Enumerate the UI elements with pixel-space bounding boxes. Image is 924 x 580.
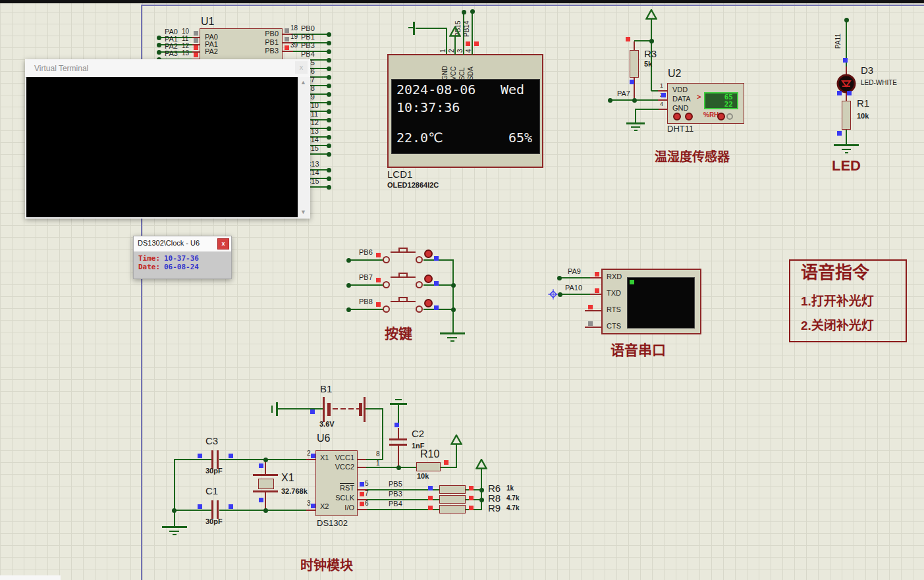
lcd-date: 2024-08-06 xyxy=(396,83,476,97)
u2-ref: U2 xyxy=(668,68,681,80)
voice-pin-label: RTS xyxy=(607,306,621,314)
r3-body[interactable] xyxy=(630,50,639,78)
wire xyxy=(452,259,454,333)
pin-marker xyxy=(229,454,233,458)
wire xyxy=(389,438,407,440)
wire xyxy=(635,109,659,110)
junction-dot xyxy=(462,10,466,14)
pin-marker xyxy=(630,80,634,84)
junction-dot xyxy=(327,84,331,88)
r10-ref: R10 xyxy=(420,449,439,460)
led-ref: D3 xyxy=(861,65,873,76)
pushbutton-terminal xyxy=(383,281,390,288)
pull-resistor-body[interactable] xyxy=(439,505,466,514)
net-label: PB7 xyxy=(359,274,373,282)
wire xyxy=(306,510,315,511)
pin-marker xyxy=(626,37,630,41)
schematic-canvas[interactable]: U1 PA0 PA1 PA2 PB0 PB1 PB3 2024-08-06 We… xyxy=(0,0,924,580)
pin-marker xyxy=(194,31,198,36)
origin-marker-icon xyxy=(548,289,558,300)
lcd-pin-num: 1 xyxy=(440,41,447,53)
pushbutton-actuator[interactable] xyxy=(424,275,433,283)
junction-dot xyxy=(470,9,475,14)
u1-inner-pin: PA2 xyxy=(205,48,218,56)
close-icon[interactable]: x xyxy=(217,238,229,250)
wire xyxy=(635,109,636,122)
virtual-terminal-screen[interactable] xyxy=(26,77,298,217)
u1-inner-pin: PB3 xyxy=(254,47,279,55)
top-strip xyxy=(0,0,924,3)
pushbutton-terminal xyxy=(416,281,423,288)
wire xyxy=(391,277,416,278)
c3-ref: C3 xyxy=(205,436,218,446)
junction-dot xyxy=(327,144,331,148)
pin-marker xyxy=(259,463,263,468)
pushbutton-cap xyxy=(398,297,408,301)
x1-body[interactable] xyxy=(258,479,274,489)
net-label: PA10 xyxy=(565,284,582,292)
wire xyxy=(217,450,219,469)
junction-dot xyxy=(327,41,331,45)
u6-pin-num: 7 xyxy=(365,490,369,498)
b1-value: 3.6V xyxy=(319,421,335,429)
pushbutton-actuator[interactable] xyxy=(424,299,433,307)
wire xyxy=(253,474,278,476)
pull-resistor-body[interactable] xyxy=(439,495,466,504)
junction-dot xyxy=(327,185,331,190)
pin-marker xyxy=(285,28,289,33)
r10-value: 10k xyxy=(417,473,429,481)
junction-dot xyxy=(157,43,161,47)
buttons-section-label: 按键 xyxy=(385,327,412,341)
junction-dot xyxy=(327,126,331,131)
wire xyxy=(271,406,273,413)
junction-dot xyxy=(558,292,562,297)
bottom-strip xyxy=(0,575,61,580)
pin-marker xyxy=(394,423,399,427)
dht11-pin-num: 4 xyxy=(660,101,663,107)
r1-body[interactable] xyxy=(842,101,851,130)
junction-dot xyxy=(157,36,161,40)
dht11-rh-button[interactable] xyxy=(717,113,725,120)
wire xyxy=(456,444,457,468)
pin-marker xyxy=(360,492,364,496)
wire xyxy=(585,310,601,311)
pushbutton-terminal xyxy=(383,256,390,263)
virtual-terminal-scrollbar[interactable]: ▲ ▼ xyxy=(298,77,310,217)
wire xyxy=(834,144,859,146)
dht11-decrement-button[interactable] xyxy=(685,113,693,120)
scroll-down-icon[interactable]: ▼ xyxy=(300,209,306,215)
pin-marker xyxy=(847,91,852,95)
c1-ref: C1 xyxy=(205,486,218,496)
scroll-up-icon[interactable]: ▲ xyxy=(300,79,306,86)
power-arrow-icon xyxy=(449,26,461,37)
wire xyxy=(267,459,306,460)
net-label: PB3 xyxy=(389,490,402,498)
wire xyxy=(267,510,306,511)
wire xyxy=(364,397,366,422)
u6-pin-num: 2 xyxy=(307,450,311,458)
pin-marker xyxy=(198,504,202,509)
u6-inner-pin: VCC2 xyxy=(327,463,354,471)
power-arrow-icon xyxy=(645,9,657,20)
lcd-temperature: 22.0℃ xyxy=(396,131,443,145)
wire xyxy=(561,277,590,278)
lcd-humidity: 65% xyxy=(508,131,532,145)
close-icon[interactable]: x xyxy=(295,61,308,74)
junction-dot xyxy=(479,488,484,492)
wire xyxy=(845,152,848,153)
wire xyxy=(173,534,177,535)
net-label: PB5 xyxy=(389,481,402,488)
r10-body[interactable] xyxy=(416,462,441,471)
lcd-pin-num: 2 xyxy=(448,41,456,53)
power-arrow-icon xyxy=(476,459,487,469)
ds1302-popup-titlebar[interactable]: DS1302\Clock - U6 x xyxy=(134,236,231,252)
pushbutton-actuator[interactable] xyxy=(424,250,433,258)
dht11-increment-button[interactable] xyxy=(673,113,681,120)
dht11-pin-label: GND xyxy=(672,105,688,113)
junction-dot xyxy=(632,98,637,103)
clock-section-label: 时钟模块 xyxy=(300,559,353,573)
virtual-terminal-titlebar[interactable]: Virtual Terminal x xyxy=(25,59,310,78)
pull-resistor-body[interactable] xyxy=(439,485,466,494)
wire xyxy=(278,408,323,409)
wire xyxy=(211,450,213,469)
